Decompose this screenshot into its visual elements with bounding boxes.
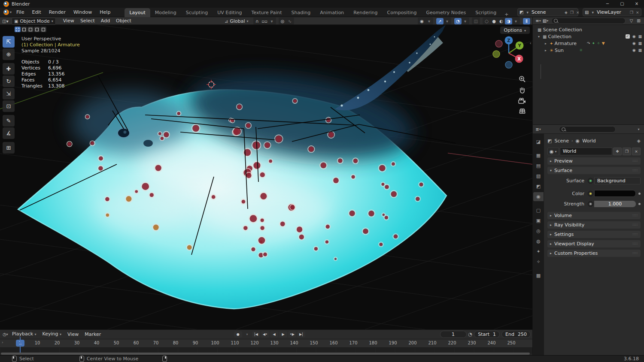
tab-bone[interactable]: ✧ xyxy=(533,257,544,266)
tab-render[interactable]: ▦ xyxy=(533,151,544,160)
outliner-row-sun[interactable]: ▸ ☀ Sun ☼ ◉ ▦ xyxy=(533,47,644,54)
xray-toggle[interactable]: ◫ xyxy=(472,18,480,24)
breadcrumb-scene[interactable]: Scene xyxy=(554,138,569,144)
tab-texture[interactable]: ▩ xyxy=(533,271,544,280)
tab-geometry-nodes[interactable]: Geometry Nodes xyxy=(421,8,471,17)
start-frame-field[interactable]: Start1 xyxy=(474,331,500,338)
overlays-toggle[interactable]: ◔ xyxy=(454,18,462,24)
viewport-3d[interactable]: Options▾ ‹ User Perspective (1) Collecti… xyxy=(0,25,532,329)
menu-tl-view[interactable]: View xyxy=(64,331,82,338)
tab-animation[interactable]: Animation xyxy=(315,8,349,17)
menu-playback[interactable]: Playback ▾ xyxy=(9,330,39,338)
sun-expand-icon[interactable]: ▸ xyxy=(543,48,548,52)
snap-toggle[interactable]: ∩ xyxy=(254,18,261,24)
transform-orientation-dropdown[interactable]: ⊿ Global ▾ xyxy=(222,18,251,24)
panel-volume[interactable]: ▸Volume ∷∷ xyxy=(547,212,641,219)
armature-expand-icon[interactable]: ▸ xyxy=(543,42,548,45)
outliner-search-input[interactable] xyxy=(551,18,626,24)
fake-user-button[interactable]: ❖ xyxy=(613,148,622,155)
viewlayer-selector[interactable]: ▧ ▾ ViewLayer ❐ × xyxy=(583,8,641,16)
properties-search-input[interactable] xyxy=(559,126,616,133)
tab-compositing[interactable]: Compositing xyxy=(383,8,422,17)
tab-layout[interactable]: Layout xyxy=(125,8,150,17)
unlink-world-button[interactable]: × xyxy=(632,148,641,155)
end-frame-field[interactable]: End250 xyxy=(501,331,531,338)
select-mode-set[interactable] xyxy=(15,27,21,32)
tool-annotate[interactable]: ✎ xyxy=(3,115,15,127)
panel-viewport-display[interactable]: ▸Viewport Display ∷∷ xyxy=(547,240,641,247)
tool-cursor[interactable]: ⊕ xyxy=(3,48,15,60)
properties-options-icon[interactable]: ▾ xyxy=(635,126,642,133)
navigation-gizmo[interactable]: Z Y X xyxy=(489,34,526,71)
close-button[interactable]: × xyxy=(629,0,644,8)
tab-collection[interactable]: ▢ xyxy=(533,206,544,215)
menu-edit[interactable]: Edit xyxy=(28,8,45,17)
tab-world[interactable]: ◉ xyxy=(533,192,544,201)
armature-hide-icon[interactable]: ◉ xyxy=(632,41,636,45)
shading-solid-button[interactable]: ● xyxy=(490,18,498,24)
gizmo-axis-x-neg[interactable] xyxy=(495,40,502,47)
select-mode-subtract[interactable] xyxy=(27,27,33,32)
falloff-dropdown[interactable]: ∿ xyxy=(286,18,294,24)
panel-preview[interactable]: ▸Preview ∷∷ xyxy=(547,157,641,165)
next-keyframe-button[interactable]: •▶ xyxy=(288,331,296,338)
panel-surface[interactable]: ▾Surface ∷∷ xyxy=(547,167,641,174)
menu-render[interactable]: Render xyxy=(45,8,70,17)
gizmo-axis-y-neg[interactable] xyxy=(493,51,500,57)
shading-caret-icon[interactable]: ▾ xyxy=(512,18,519,24)
overlays-caret-icon[interactable]: ▾ xyxy=(462,18,469,24)
strength-slider[interactable]: 1.000 xyxy=(594,201,636,207)
pin-id-icon[interactable]: ◈ xyxy=(637,138,641,144)
new-collection-button[interactable]: ⊞ xyxy=(635,18,642,24)
snap-target-dropdown[interactable]: ▫▫ xyxy=(261,18,268,24)
keying-set-caret-icon[interactable]: ▾ xyxy=(243,331,251,338)
panel-settings[interactable]: ▸Settings ∷∷ xyxy=(547,231,641,238)
outliner-editor-type-button[interactable]: ≡ ▾ xyxy=(535,18,542,24)
outliner-row-scene-collection[interactable]: ▦ Scene Collection xyxy=(533,26,644,33)
channel-region-toggle-icon[interactable]: › xyxy=(2,340,3,344)
tab-scene[interactable]: ◩ xyxy=(533,182,544,191)
menu-object[interactable]: Object xyxy=(113,17,134,25)
shading-wireframe-button[interactable]: ◌ xyxy=(483,18,490,24)
select-mode-invert[interactable] xyxy=(34,27,40,32)
menu-add[interactable]: Add xyxy=(98,17,113,25)
orthographic-grid-icon[interactable] xyxy=(519,108,526,115)
gizmo-axis-z-neg[interactable] xyxy=(505,61,512,68)
stopwatch-icon[interactable]: ◔ xyxy=(468,332,473,337)
tool-scale[interactable]: ⇲ xyxy=(3,88,15,100)
outliner-row-armature[interactable]: ▸ ✦ Armature ↷ ✦ ✧ ▼ ◉ ▦ xyxy=(533,40,644,47)
collection-render-icon[interactable]: ▦ xyxy=(638,34,642,39)
tab-physics[interactable]: ◍ xyxy=(533,237,544,246)
maximize-button[interactable]: ▢ xyxy=(615,0,629,8)
outliner-display-mode-button[interactable]: ▧ ▾ xyxy=(542,18,549,24)
panel-ray-visibility[interactable]: ▸Ray Visibility ∷∷ xyxy=(547,221,641,229)
tab-modeling[interactable]: Modeling xyxy=(150,8,181,17)
menu-keying[interactable]: Keying ▾ xyxy=(39,330,64,338)
prev-keyframe-button[interactable]: ◀• xyxy=(261,331,269,338)
pan-hand-icon[interactable] xyxy=(519,87,526,94)
shading-rendered-button[interactable]: ◑ xyxy=(505,18,512,24)
options-dropdown[interactable]: Options▾ xyxy=(500,27,530,34)
world-name-field[interactable]: World xyxy=(560,148,612,155)
menu-window[interactable]: Window xyxy=(70,8,96,17)
animate-color-icon[interactable] xyxy=(638,193,641,195)
panel-custom-properties[interactable]: ▸Custom Properties ∷∷ xyxy=(547,250,641,257)
tab-view-layer[interactable]: ▧ xyxy=(533,172,544,181)
collection-expand-icon[interactable]: ▾ xyxy=(536,35,541,39)
menu-help[interactable]: Help xyxy=(96,8,114,17)
tab-output[interactable]: ▤ xyxy=(533,161,544,170)
tool-rotate[interactable]: ↻ xyxy=(3,75,15,87)
tab-tool[interactable]: ◪ xyxy=(533,137,544,146)
auto-keyframe-button[interactable]: ● xyxy=(234,331,242,338)
remove-viewlayer-icon[interactable]: × xyxy=(635,10,641,15)
timeline-editor-type-button[interactable]: ◷ ▾ xyxy=(2,331,9,338)
new-world-button[interactable]: ❐ xyxy=(623,148,631,155)
pause-render-button[interactable]: Ⅱ xyxy=(523,18,530,24)
tool-measure[interactable]: ∡ xyxy=(3,127,15,139)
sidebar-toggle-icon[interactable]: ‹ xyxy=(530,40,532,46)
tab-texture-paint[interactable]: Texture Paint xyxy=(247,8,287,17)
select-mode-intersect[interactable] xyxy=(40,27,46,32)
sun-render-icon[interactable]: ▦ xyxy=(638,48,642,52)
show-object-types-dropdown[interactable]: ◉ xyxy=(418,18,425,24)
gizmos-caret-icon[interactable]: ▾ xyxy=(444,18,451,24)
